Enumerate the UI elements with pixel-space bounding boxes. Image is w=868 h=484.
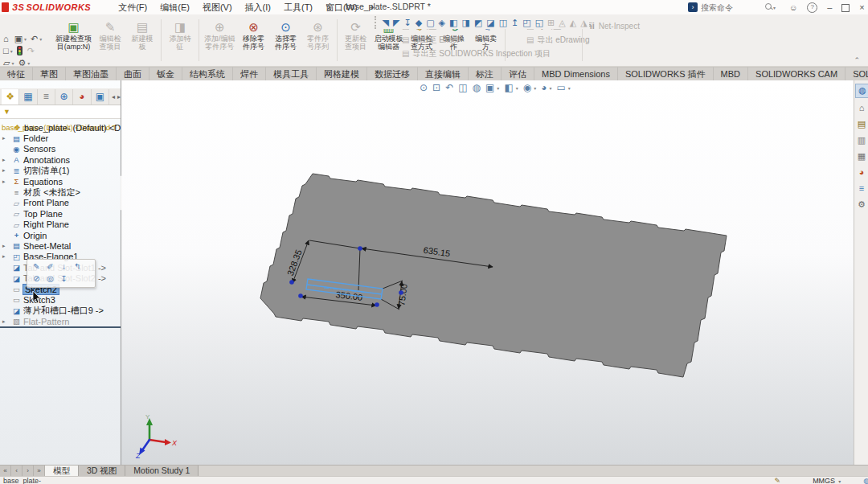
toolbar-icon-13[interactable]: ◰ (522, 18, 530, 28)
tree-item-sketch3[interactable]: ▭Sketch3 (0, 294, 121, 305)
propertymanager-tab[interactable]: ▦ (19, 89, 37, 105)
help-icon[interactable]: ? (807, 2, 817, 13)
toolbar-icon-9[interactable]: ◩ (474, 18, 482, 28)
expand-icon[interactable]: ▸ (2, 167, 6, 174)
status-globe-icon[interactable]: ◍ (863, 477, 868, 484)
redo-icon[interactable]: ↷ (27, 46, 35, 56)
panel-tab-scroll-left-icon[interactable]: ◂ (112, 93, 115, 100)
tab-model[interactable]: 模型 (45, 466, 79, 477)
dimxpert-tab[interactable]: ⊕ (55, 89, 73, 105)
minimize-button[interactable]: – (827, 2, 832, 13)
normal-to-icon[interactable]: ↧ (57, 274, 71, 283)
custom-properties-icon[interactable]: ≡ (855, 182, 868, 195)
tab-mbd-dimensions[interactable]: MBD Dimensions (534, 67, 618, 80)
tree-item-right-plane[interactable]: ▱Right Plane (0, 219, 121, 230)
tab-weldments[interactable]: 焊件 (233, 67, 266, 80)
tab-sketch-ink[interactable]: 草图油墨 (66, 67, 117, 80)
tree-item-tab-slot9[interactable]: ◪薄片和槽口-槽口9 -> (0, 306, 121, 316)
toolbar-icon-5[interactable]: ▢ (426, 18, 434, 28)
tab-features[interactable]: 特征 (0, 67, 33, 80)
toolbar-icon-10[interactable]: ◪ (486, 18, 494, 28)
tree-item-equations[interactable]: ▸ΣEquations (0, 176, 121, 187)
tab-cam[interactable]: SOLIDWORKS CAM (748, 67, 845, 80)
menu-tools[interactable]: 工具(T) (284, 2, 313, 14)
toolbar-icon-11[interactable]: ◫ (499, 18, 507, 28)
resources-home-icon[interactable]: ⌂ (855, 101, 868, 114)
graphics-viewport[interactable]: ⊙ ⊡ ↶ ◫ ◍ ▣▾ ◧▾ ◉▾ ◕▾ ▭▾ (121, 80, 854, 465)
user-icon[interactable]: ☺ (789, 3, 797, 12)
tab-structure-system[interactable]: 结构系统 (182, 67, 233, 80)
tab-mesh-modeling[interactable]: 网格建模 (317, 67, 367, 80)
new-document-icon[interactable]: □ (3, 46, 9, 55)
tab-3d-views[interactable]: 3D 视图 (79, 466, 125, 477)
search-icon[interactable] (765, 3, 773, 11)
toolbar-icon-1[interactable]: ◥ (383, 18, 389, 28)
publish-caret-icon[interactable]: ▾ (11, 60, 14, 66)
save-icon[interactable]: ▣ (14, 34, 23, 44)
select-balloon-button[interactable]: ⊙选择零 件序号 (270, 18, 302, 51)
menu-edit[interactable]: 编辑(E) (160, 2, 190, 14)
undo-caret-icon[interactable]: ▾ (39, 36, 42, 42)
view-palette-icon[interactable]: ▦ (855, 150, 868, 162)
zoom-to-selection-icon[interactable]: ◎ (43, 274, 57, 283)
file-explorer-icon[interactable]: ▥ (855, 133, 868, 146)
suppress-icon[interactable]: ↓ (57, 262, 71, 271)
options-caret-icon[interactable]: ▾ (27, 60, 30, 66)
save-caret-icon[interactable]: ▾ (24, 36, 27, 42)
tree-filter[interactable]: ▼ (0, 105, 121, 119)
expand-icon[interactable]: ▸ (2, 178, 6, 185)
new-inspection-project-button[interactable]: ▣新建检查项 目(amp:N) (53, 18, 94, 51)
tree-item-annotations[interactable]: ▸AAnnotations (0, 154, 121, 165)
new-caret-icon[interactable]: ▾ (10, 48, 13, 54)
cam-tab[interactable]: ▣ (92, 89, 109, 105)
tab-cam-tbm[interactable]: SOLIDWORKS CAM TBM (845, 67, 868, 80)
rollback-bar[interactable] (0, 326, 121, 328)
3dexperience-icon[interactable]: ◍ (855, 84, 868, 98)
design-checker-icon[interactable] (17, 46, 23, 55)
ribbon-collapse-icon[interactable]: ⌃ (854, 56, 860, 64)
expand-icon[interactable]: ▸ (2, 253, 6, 260)
nav-first-icon[interactable]: « (0, 466, 11, 477)
tree-item-top-plane[interactable]: ▱Top Plane (0, 208, 121, 219)
toolbar-icon-7[interactable]: ◧ (449, 18, 457, 28)
tree-item-sheet-metal[interactable]: ▸▤Sheet-Metal (0, 240, 121, 251)
featuremanager-tab[interactable]: ❖ (2, 89, 19, 105)
menu-file[interactable]: 文件(F) (118, 2, 147, 14)
filter-funnel-icon[interactable]: ▼ (3, 108, 10, 116)
expand-icon[interactable]: ▸ (2, 318, 6, 325)
tab-evaluate[interactable]: 评估 (502, 67, 534, 80)
close-button[interactable]: × (859, 2, 864, 13)
nav-prev-icon[interactable]: ‹ (11, 466, 23, 477)
filter-input[interactable] (14, 107, 121, 117)
undo-icon[interactable]: ↶ (31, 34, 38, 44)
tree-item-cutlist[interactable]: ▸≣切割清单(1) (0, 166, 121, 176)
toolbar-icon-12[interactable]: ↥ (511, 18, 518, 28)
edit-feature-icon[interactable]: ✐ (43, 262, 57, 271)
search-input[interactable] (701, 2, 764, 13)
toolbar-icon-4[interactable]: ◆ (416, 18, 422, 28)
hide-icon[interactable]: ⊘ (30, 274, 43, 283)
tree-item-material[interactable]: ≡材质 <未指定> (0, 187, 121, 197)
nav-last-icon[interactable]: » (34, 466, 45, 477)
design-library-icon[interactable]: ▤ (855, 117, 868, 130)
edit-sketch-icon[interactable]: ✎ (30, 262, 43, 271)
tree-item-folder[interactable]: ▸▤Folder (0, 133, 121, 143)
tree-item-front-plane[interactable]: ▱Front Plane (0, 198, 121, 208)
tree-item-flat-pattern[interactable]: ▸▧Flat-Pattern (0, 316, 121, 326)
rollback-icon[interactable]: ↰ (71, 262, 84, 271)
tree-item-origin[interactable]: +Origin (0, 230, 121, 240)
home-icon[interactable]: ⌂ (3, 34, 9, 43)
panel-tab-scroll-right-icon[interactable]: ▸ (117, 93, 121, 100)
expand-icon[interactable]: ▸ (2, 243, 6, 249)
forum-settings-icon[interactable]: ⚙ (855, 198, 868, 211)
expand-icon[interactable]: ▸ (2, 157, 6, 163)
menu-insert[interactable]: 插入(I) (245, 2, 271, 14)
appearances-icon[interactable]: ◕ (855, 166, 868, 178)
part-face[interactable] (260, 174, 727, 377)
tab-direct-editing[interactable]: 直接编辑 (418, 67, 469, 80)
toolbar-icon-6[interactable]: ◈ (439, 18, 445, 28)
remove-balloon-button[interactable]: ⊗移除零 件序号 (238, 18, 270, 51)
tab-data-migration[interactable]: 数据迁移 (367, 67, 418, 80)
toolbar-icon-2[interactable]: ◤ (393, 18, 399, 28)
units-caret-icon[interactable]: ▾ (838, 478, 841, 484)
